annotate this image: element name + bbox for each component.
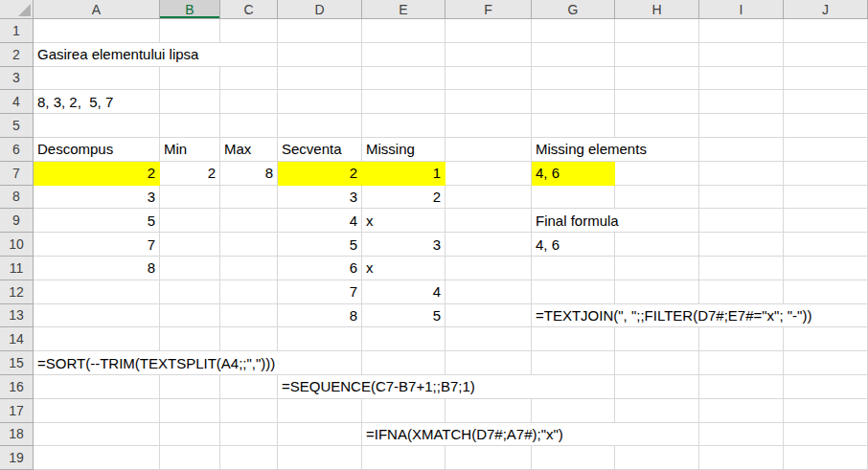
cell-B13[interactable]	[160, 304, 220, 328]
cell-I16[interactable]	[699, 375, 784, 399]
cell-E10[interactable]: 3	[362, 233, 445, 257]
cell-C18[interactable]	[220, 423, 278, 447]
cell-H16[interactable]	[615, 375, 699, 399]
row-header-4[interactable]: 4	[0, 90, 34, 114]
cell-E14[interactable]	[362, 327, 445, 351]
cell-G9[interactable]: Final formula	[532, 209, 699, 233]
cell-B16[interactable]	[160, 375, 220, 399]
cell-G5[interactable]	[532, 114, 615, 138]
cell-A1[interactable]	[34, 19, 160, 43]
cell-F19[interactable]	[445, 446, 532, 470]
cell-D2[interactable]	[278, 43, 362, 67]
cell-J17[interactable]	[784, 399, 868, 423]
cell-E11[interactable]: x	[362, 257, 445, 280]
cell-I9[interactable]	[699, 209, 784, 233]
cell-E12[interactable]: 4	[362, 280, 445, 304]
cell-B6[interactable]: Min	[160, 138, 220, 162]
cell-B3[interactable]	[160, 67, 220, 91]
row-header-7[interactable]: 7	[0, 162, 34, 186]
row-header-13[interactable]: 13	[0, 304, 34, 328]
cell-G13[interactable]: =TEXTJOIN(", ";;FILTER(D7#;E7#="x"; "-")…	[532, 304, 868, 328]
row-header-15[interactable]: 15	[0, 351, 34, 375]
cell-F1[interactable]	[445, 19, 532, 43]
cell-I4[interactable]	[699, 90, 784, 114]
column-header-J[interactable]: J	[784, 0, 868, 19]
cell-G7[interactable]: 4, 6	[532, 162, 615, 186]
cell-J2[interactable]	[784, 43, 868, 67]
cell-B10[interactable]	[160, 233, 220, 257]
cell-C14[interactable]	[220, 327, 278, 351]
cell-A9[interactable]: 5	[34, 209, 160, 233]
row-header-1[interactable]: 1	[0, 19, 34, 43]
cell-D16[interactable]: =SEQUENCE(C7-B7+1;;B7;1)	[278, 375, 615, 399]
cell-F8[interactable]	[445, 186, 532, 210]
cell-D12[interactable]: 7	[278, 280, 362, 304]
cell-G3[interactable]	[532, 67, 615, 91]
cell-E2[interactable]	[362, 43, 445, 67]
cell-I7[interactable]	[699, 162, 784, 186]
cell-A13[interactable]	[34, 304, 160, 328]
cell-H19[interactable]	[615, 446, 699, 470]
cell-I19[interactable]	[699, 446, 784, 470]
cell-G2[interactable]	[532, 43, 615, 67]
cell-B1[interactable]	[160, 19, 220, 43]
column-header-E[interactable]: E	[362, 0, 445, 19]
cell-C13[interactable]	[220, 304, 278, 328]
cell-F14[interactable]	[445, 327, 532, 351]
cell-I3[interactable]	[699, 67, 784, 91]
cell-H14[interactable]	[615, 327, 699, 351]
column-header-D[interactable]: D	[278, 0, 362, 19]
cell-I17[interactable]	[699, 399, 784, 423]
cell-E8[interactable]: 2	[362, 186, 445, 210]
cell-J7[interactable]	[784, 162, 868, 186]
row-header-18[interactable]: 18	[0, 423, 34, 447]
cell-D1[interactable]	[278, 19, 362, 43]
cell-A19[interactable]	[34, 446, 160, 470]
column-header-A[interactable]: A	[34, 0, 160, 19]
cell-F6[interactable]	[445, 138, 532, 162]
cell-B11[interactable]	[160, 257, 220, 280]
cell-B9[interactable]	[160, 209, 220, 233]
cell-A17[interactable]	[34, 399, 160, 423]
cell-J15[interactable]	[784, 351, 868, 375]
cell-J12[interactable]	[784, 280, 868, 304]
cell-D5[interactable]	[278, 114, 362, 138]
cell-J18[interactable]	[784, 423, 868, 447]
row-header-6[interactable]: 6	[0, 138, 34, 162]
cell-G12[interactable]	[532, 280, 615, 304]
cell-H12[interactable]	[615, 280, 699, 304]
cell-C6[interactable]: Max	[220, 138, 278, 162]
cell-D9[interactable]: 4	[278, 209, 362, 233]
cell-G14[interactable]	[532, 327, 615, 351]
cell-D4[interactable]	[278, 90, 362, 114]
cell-A12[interactable]	[34, 280, 160, 304]
cell-G1[interactable]	[532, 19, 615, 43]
row-header-2[interactable]: 2	[0, 43, 34, 67]
row-header-9[interactable]: 9	[0, 209, 34, 233]
column-header-I[interactable]: I	[699, 0, 784, 19]
cell-D3[interactable]	[278, 67, 362, 91]
row-header-11[interactable]: 11	[0, 257, 34, 280]
cell-B14[interactable]	[160, 327, 220, 351]
cell-I6[interactable]	[699, 138, 784, 162]
row-header-16[interactable]: 16	[0, 375, 34, 399]
cell-E3[interactable]	[362, 67, 445, 91]
cell-F13[interactable]	[445, 304, 532, 328]
cell-H4[interactable]	[615, 90, 699, 114]
cell-H10[interactable]	[615, 233, 699, 257]
cell-H2[interactable]	[615, 43, 699, 67]
cell-F12[interactable]	[445, 280, 532, 304]
cell-C5[interactable]	[220, 114, 278, 138]
cell-I1[interactable]	[699, 19, 784, 43]
cell-E6[interactable]: Missing	[362, 138, 445, 162]
cell-D8[interactable]: 3	[278, 186, 362, 210]
cell-A11[interactable]: 8	[34, 257, 160, 280]
cell-A18[interactable]	[34, 423, 160, 447]
cell-A10[interactable]: 7	[34, 233, 160, 257]
cell-D17[interactable]	[278, 399, 362, 423]
cell-B5[interactable]	[160, 114, 220, 138]
cell-A6[interactable]: Descompus	[34, 138, 160, 162]
column-header-B[interactable]: B	[160, 0, 220, 19]
cell-A14[interactable]	[34, 327, 160, 351]
cell-G19[interactable]	[532, 446, 615, 470]
